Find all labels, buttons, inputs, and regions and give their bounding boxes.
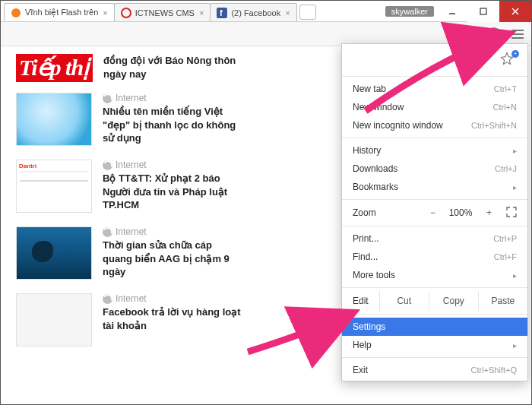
article-headline[interactable]: Facebook trả lời vụ hàng loạt tài khoản bbox=[103, 305, 244, 332]
menu-settings[interactable]: Settings bbox=[342, 318, 527, 336]
menu-new-incognito[interactable]: New incognito windowCtrl+Shift+N bbox=[342, 116, 527, 134]
tab-close-icon[interactable]: × bbox=[285, 8, 290, 17]
menu-print[interactable]: Print...Ctrl+P bbox=[342, 229, 527, 248]
article-thumbnail bbox=[16, 293, 92, 346]
article-thumbnail: Dantri bbox=[16, 160, 92, 213]
article-item[interactable]: Internet Thời gian sửa chữa cáp quang bi… bbox=[16, 226, 244, 280]
browser-tab[interactable]: ICTNEWS CMS × bbox=[114, 3, 211, 21]
article-headline[interactable]: Bộ TT&TT: Xử phạt 2 báo Người đưa tin và… bbox=[103, 172, 244, 212]
favicon-icon bbox=[11, 8, 21, 18]
profile-badge[interactable]: skywalker bbox=[385, 6, 434, 17]
tab-title: Vĩnh biệt Flash trên bbox=[25, 8, 98, 17]
svg-text:f: f bbox=[220, 8, 223, 17]
menu-copy[interactable]: Copy bbox=[429, 291, 478, 311]
menu-help[interactable]: Help▸ bbox=[342, 336, 527, 354]
article-headline[interactable]: Nhiều tên miền tiếng Việt "đẹp" bị thanh… bbox=[103, 105, 244, 145]
browser-tab[interactable]: f (2) Facebook × bbox=[210, 3, 296, 21]
favicon-icon bbox=[121, 8, 131, 18]
minimize-button[interactable] bbox=[437, 1, 467, 22]
bookmark-star-icon[interactable]: + bbox=[500, 52, 517, 68]
article-category: Internet bbox=[103, 160, 244, 170]
menu-more-tools[interactable]: More tools▸ bbox=[342, 266, 527, 284]
svg-point-1 bbox=[122, 8, 131, 17]
chevron-right-icon: ▸ bbox=[513, 271, 517, 280]
zoom-level: 100% bbox=[445, 207, 476, 218]
article-item[interactable]: Internet Nhiều tên miền tiếng Việt "đẹp"… bbox=[16, 93, 244, 146]
window-controls bbox=[437, 1, 531, 21]
zoom-in-button[interactable]: + bbox=[483, 206, 494, 220]
globe-icon bbox=[103, 93, 112, 103]
browser-tab[interactable]: Vĩnh biệt Flash trên × bbox=[4, 3, 115, 21]
favicon-icon: f bbox=[217, 8, 227, 18]
close-window-button[interactable] bbox=[499, 1, 531, 22]
menu-new-window[interactable]: New windowCtrl+N bbox=[342, 98, 527, 116]
article-category: Internet bbox=[103, 93, 244, 103]
maximize-button[interactable] bbox=[467, 1, 499, 22]
chevron-right-icon: ▸ bbox=[513, 147, 517, 155]
menu-new-tab[interactable]: New tabCtrl+T bbox=[342, 80, 527, 98]
menu-downloads[interactable]: DownloadsCtrl+J bbox=[342, 160, 527, 178]
tab-title: (2) Facebook bbox=[231, 8, 280, 17]
chevron-right-icon: ▸ bbox=[513, 341, 517, 350]
zoom-out-button[interactable]: − bbox=[427, 206, 438, 220]
article-thumbnail bbox=[16, 226, 92, 280]
fullscreen-icon[interactable] bbox=[506, 207, 517, 220]
article-item[interactable]: Internet Facebook trả lời vụ hàng loạt t… bbox=[16, 293, 244, 346]
tab-title: ICTNEWS CMS bbox=[135, 8, 195, 17]
menu-cut[interactable]: Cut bbox=[379, 291, 429, 311]
article-category: Internet bbox=[103, 226, 244, 237]
section-logo: Tiếp thị bbox=[16, 54, 93, 82]
tab-strip: Vĩnh biệt Flash trên × ICTNEWS CMS × f (… bbox=[1, 1, 385, 21]
menu-find[interactable]: Find...Ctrl+F bbox=[342, 248, 527, 266]
article-thumbnail bbox=[16, 93, 92, 146]
tab-close-icon[interactable]: × bbox=[199, 8, 204, 17]
menu-exit[interactable]: ExitCtrl+Shift+Q bbox=[342, 361, 527, 379]
chevron-right-icon: ▸ bbox=[513, 183, 517, 191]
globe-icon bbox=[103, 227, 112, 237]
menu-paste[interactable]: Paste bbox=[478, 291, 527, 311]
menu-edit-row: Edit Cut Copy Paste bbox=[342, 291, 527, 311]
tab-close-icon[interactable]: × bbox=[103, 8, 107, 17]
menu-zoom: Zoom − 100% + bbox=[342, 203, 527, 223]
globe-icon bbox=[103, 160, 112, 170]
chrome-menu: + New tabCtrl+T New windowCtrl+N New inc… bbox=[341, 43, 528, 381]
globe-icon bbox=[103, 294, 112, 304]
menu-bookmarks[interactable]: Bookmarks▸ bbox=[342, 178, 527, 196]
svg-point-0 bbox=[11, 8, 21, 17]
adblock-icon[interactable]: ABP 12 bbox=[463, 26, 480, 43]
article-headline[interactable]: đồng đội với Báo Nông thôn ngày nay bbox=[103, 54, 244, 81]
new-tab-button[interactable] bbox=[299, 5, 316, 20]
article-item[interactable]: Dantri Internet Bộ TT&TT: Xử phạt 2 báo … bbox=[16, 160, 244, 213]
menu-button[interactable] bbox=[508, 25, 527, 43]
menu-history[interactable]: History▸ bbox=[342, 141, 527, 160]
article-headline[interactable]: Thời gian sửa chữa cáp quang biển AAG bị… bbox=[103, 239, 244, 279]
svg-rect-5 bbox=[480, 8, 486, 14]
gauge-icon[interactable] bbox=[486, 26, 502, 43]
window-titlebar: Vĩnh biệt Flash trên × ICTNEWS CMS × f (… bbox=[1, 1, 531, 22]
article-category: Internet bbox=[103, 293, 244, 304]
